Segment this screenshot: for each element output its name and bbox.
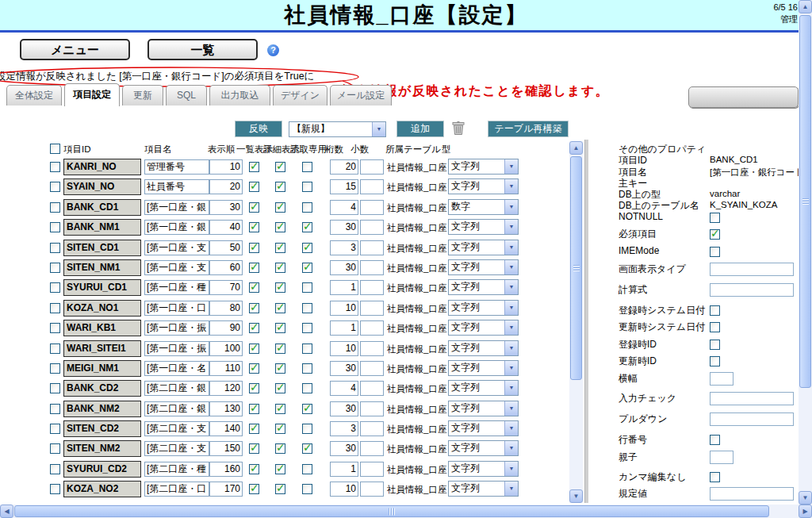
readonly-checkbox[interactable] [302, 263, 312, 273]
item-name-input[interactable]: [第一口座・振 [144, 320, 209, 336]
decimal-input[interactable] [360, 462, 384, 477]
detail-display-checkbox[interactable] [275, 222, 285, 232]
list-display-checkbox[interactable] [249, 323, 259, 333]
panel-checkbox[interactable] [710, 213, 720, 223]
scrollbar-thumb[interactable] [14, 505, 769, 517]
display-order-input[interactable]: 140 [209, 421, 243, 436]
display-order-input[interactable]: 10 [209, 159, 243, 175]
row-select-checkbox[interactable] [50, 424, 60, 434]
display-order-input[interactable]: 80 [209, 301, 243, 316]
tab-sql[interactable]: SQL [166, 85, 207, 106]
detail-display-checkbox[interactable] [275, 303, 285, 313]
panel-checkbox[interactable] [710, 435, 720, 445]
list-display-checkbox[interactable] [249, 363, 259, 374]
digits-input[interactable]: 20 [330, 159, 358, 175]
rebuild-table-button[interactable]: テーブル再構築 [488, 121, 569, 137]
row-select-checkbox[interactable] [50, 182, 60, 192]
item-id-box[interactable]: SITEN_CD1 [63, 240, 141, 256]
digits-input[interactable]: 3 [330, 240, 358, 255]
decimal-input[interactable] [360, 341, 384, 356]
panel-checkbox[interactable] [710, 305, 720, 316]
list-button[interactable]: 一覧 [147, 39, 258, 60]
digits-input[interactable]: 10 [330, 301, 358, 316]
row-select-checkbox[interactable] [50, 222, 60, 232]
detail-display-checkbox[interactable] [275, 343, 285, 354]
table-scrollbar[interactable]: ▲ ▼ [569, 141, 583, 503]
item-id-box[interactable]: BANK_NM2 [63, 401, 141, 417]
item-id-box[interactable]: SYURUI_CD1 [63, 279, 141, 296]
decimal-input[interactable] [360, 280, 384, 295]
item-id-box[interactable]: SYURUI_CD2 [63, 461, 141, 478]
detail-display-checkbox[interactable] [275, 443, 285, 454]
list-display-checkbox[interactable] [249, 243, 259, 253]
page-horizontal-scrollbar[interactable]: ◀ ▶ [0, 505, 812, 518]
digits-input[interactable]: 4 [330, 381, 358, 396]
digits-input[interactable]: 3 [330, 421, 358, 436]
detail-display-checkbox[interactable] [275, 363, 285, 374]
detail-display-checkbox[interactable] [275, 282, 285, 293]
type-select[interactable]: 文字列▼ [448, 461, 519, 477]
panel-checkbox[interactable] [710, 229, 720, 240]
list-display-checkbox[interactable] [249, 343, 259, 354]
digits-input[interactable]: 30 [330, 401, 358, 416]
panel-checkbox[interactable] [710, 247, 720, 257]
type-select[interactable]: 文字列▼ [448, 279, 519, 295]
decimal-input[interactable] [360, 320, 384, 336]
type-select[interactable]: 文字列▼ [448, 420, 519, 436]
digits-input[interactable]: 30 [330, 441, 358, 456]
list-display-checkbox[interactable] [249, 282, 259, 293]
display-order-input[interactable]: 40 [209, 220, 243, 235]
item-id-box[interactable]: KOZA_NO1 [63, 300, 141, 317]
row-select-checkbox[interactable] [50, 263, 60, 273]
type-select[interactable]: 文字列▼ [448, 481, 519, 497]
list-display-checkbox[interactable] [249, 404, 259, 414]
readonly-checkbox[interactable] [302, 323, 312, 333]
type-select[interactable]: 文字列▼ [448, 259, 519, 275]
readonly-checkbox[interactable] [302, 363, 312, 374]
item-id-box[interactable]: SITEN_CD2 [63, 420, 141, 437]
tab-mail-settings[interactable]: メール設定 [330, 85, 392, 106]
type-select[interactable]: 文字列▼ [448, 440, 519, 456]
decimal-input[interactable] [360, 301, 384, 316]
panel-input[interactable] [710, 451, 733, 464]
row-select-checkbox[interactable] [50, 202, 60, 213]
decimal-input[interactable] [360, 240, 384, 255]
decimal-input[interactable] [360, 159, 384, 175]
display-order-input[interactable]: 50 [209, 240, 243, 255]
scrollbar-thumb[interactable] [799, 15, 811, 388]
scrollbar-thumb[interactable] [570, 156, 582, 380]
detail-display-checkbox[interactable] [275, 383, 285, 393]
item-name-input[interactable]: [第一口座・支 [144, 240, 209, 255]
item-id-box[interactable]: BANK_CD2 [63, 380, 141, 397]
page-vertical-scrollbar[interactable]: ▲ ▼ [799, 0, 812, 505]
row-select-checkbox[interactable] [50, 343, 60, 354]
list-display-checkbox[interactable] [249, 424, 259, 434]
readonly-checkbox[interactable] [302, 404, 312, 414]
panel-input[interactable] [710, 372, 733, 386]
digits-input[interactable]: 1 [330, 320, 358, 336]
decimal-input[interactable] [360, 179, 384, 194]
display-order-input[interactable]: 20 [209, 179, 243, 194]
help-icon[interactable]: ? [267, 44, 279, 56]
readonly-checkbox[interactable] [302, 424, 312, 434]
row-select-checkbox[interactable] [50, 484, 60, 494]
digits-input[interactable]: 10 [330, 341, 358, 356]
scroll-right-button[interactable]: ▶ [799, 505, 812, 518]
item-name-input[interactable]: [第二口座・銀 [144, 381, 209, 396]
panel-checkbox[interactable] [710, 472, 720, 482]
display-order-input[interactable]: 110 [209, 361, 243, 376]
panel-checkbox[interactable] [710, 340, 720, 350]
detail-display-checkbox[interactable] [275, 424, 285, 434]
readonly-checkbox[interactable] [302, 443, 312, 454]
readonly-checkbox[interactable] [302, 222, 312, 232]
item-name-input[interactable]: [第二口座・支 [144, 441, 209, 456]
readonly-checkbox[interactable] [302, 303, 312, 313]
type-select[interactable]: 文字列▼ [448, 380, 519, 396]
type-select[interactable]: 文字列▼ [448, 178, 519, 194]
item-id-box[interactable]: WARI_KB1 [63, 320, 141, 336]
type-select[interactable]: 文字列▼ [448, 219, 519, 235]
digits-input[interactable]: 30 [330, 361, 358, 376]
item-id-box[interactable]: BANK_NM1 [63, 219, 141, 236]
list-display-checkbox[interactable] [249, 263, 259, 273]
readonly-checkbox[interactable] [302, 202, 312, 213]
